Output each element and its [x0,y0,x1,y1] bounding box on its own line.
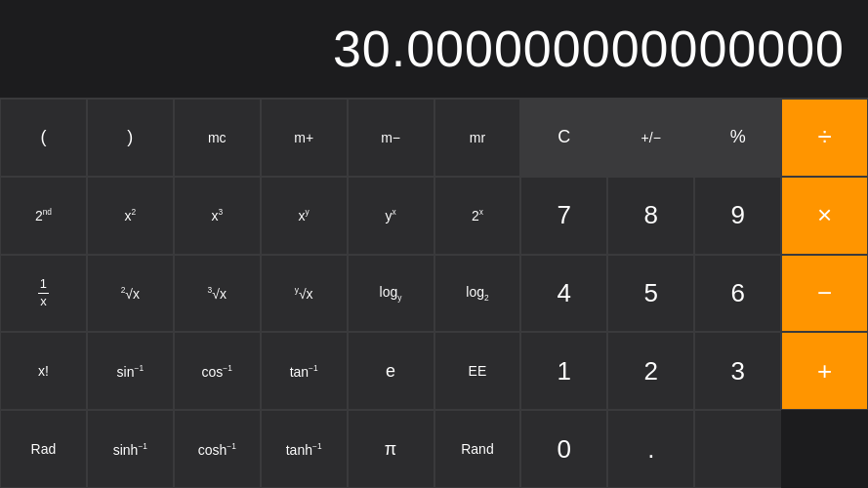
key-factorial-label: x! [38,363,49,379]
key-percent[interactable]: % [694,99,781,177]
key-4-label: 4 [558,278,571,308]
key-open-paren-label: ( [40,127,46,147]
key-2-label: 2 [644,356,658,386]
key-pi-label: π [385,439,396,460]
key-multiply[interactable]: × [781,177,868,255]
key-arccos[interactable]: cos−1 [174,332,261,410]
display: 30.000000000000000 [0,0,868,98]
key-1[interactable]: 1 [520,332,607,410]
key-arctanh[interactable]: tanh−1 [261,410,348,488]
key-mc[interactable]: mc [174,99,261,177]
key-clear-label: C [558,127,570,147]
key-3[interactable]: 3 [694,332,781,410]
key-3-label: 3 [730,356,744,386]
key-negate[interactable]: +/− [607,99,694,177]
key-arccos-label: cos−1 [202,363,232,380]
key-e-label: e [386,361,395,382]
key-close-paren[interactable]: ) [87,99,174,177]
key-6-label: 6 [730,278,744,308]
key-arccosh-label: cosh−1 [198,441,236,458]
key-rad[interactable]: Rad [0,410,87,488]
key-arcsin-label: sin−1 [117,363,144,380]
key-open-paren[interactable]: ( [0,99,87,177]
key-mr[interactable]: mr [434,99,521,177]
key-6[interactable]: 6 [694,255,781,333]
key-x3-label: x3 [211,207,223,224]
key-multiply-label: × [817,200,832,230]
key-clear[interactable]: C [520,99,607,177]
key-4[interactable]: 4 [520,255,607,333]
key-2nd-label: 2nd [35,207,52,224]
key-5[interactable]: 5 [607,255,694,333]
key-divide[interactable]: ÷ [781,99,868,177]
key-arcsinh-label: sinh−1 [113,441,147,458]
key-negate-label: +/− [641,130,661,145]
key-log2-label: log2 [466,284,488,303]
key-sqrty[interactable]: y√x [261,255,348,333]
key-mplus-label: m+ [294,130,313,145]
key-factorial[interactable]: x! [0,332,87,410]
key-logy[interactable]: logy [348,255,434,333]
display-value: 30.000000000000000 [333,20,845,78]
key-mplus[interactable]: m+ [261,99,348,177]
key-9[interactable]: 9 [694,177,781,255]
keypad: ( ) mc m+ m− mr C +/− % ÷ 2nd [0,98,868,488]
key-subtract[interactable]: − [781,255,868,333]
key-yx[interactable]: yx [348,177,434,255]
key-8-label: 8 [644,200,658,230]
key-arcsin[interactable]: sin−1 [87,332,174,410]
key-x3[interactable]: x3 [174,177,261,255]
key-0[interactable]: 0 [520,410,607,488]
key-add-label: + [817,356,832,386]
key-arccosh[interactable]: cosh−1 [174,410,261,488]
key-2x[interactable]: 2x [434,177,521,255]
key-percent-label: % [730,127,746,147]
key-2nd[interactable]: 2nd [0,177,87,255]
key-sqrt3-label: 3√x [208,285,227,302]
key-9-label: 9 [730,200,744,230]
key-arctan[interactable]: tan−1 [261,332,348,410]
key-xy[interactable]: xy [261,177,348,255]
key-add[interactable]: + [781,332,868,410]
key-log2[interactable]: log2 [434,255,521,333]
key-1-label: 1 [558,356,571,386]
key-subtract-label: − [817,278,832,308]
key-ee[interactable]: EE [434,332,521,410]
key-mr-label: mr [470,130,485,145]
key-sqrt3[interactable]: 3√x [174,255,261,333]
key-xy-label: xy [299,207,310,224]
key-arcsinh[interactable]: sinh−1 [87,410,174,488]
key-x2[interactable]: x2 [87,177,174,255]
key-yx-label: yx [385,207,395,224]
key-reciprocal-label: 1 x [38,276,49,310]
key-mminus-label: m− [381,130,400,145]
key-logy-label: logy [380,284,402,303]
key-0-label: 0 [558,434,571,465]
calculator: 30.000000000000000 ( ) mc m+ m− mr C +/−… [0,0,868,488]
key-rand[interactable]: Rand [434,410,521,488]
key-decimal[interactable]: . [607,410,694,488]
key-2[interactable]: 2 [607,332,694,410]
key-divide-label: ÷ [817,122,831,152]
key-5-label: 5 [644,278,658,308]
key-mc-label: mc [208,130,227,145]
key-arctan-label: tan−1 [290,363,318,380]
key-ee-label: EE [469,363,487,379]
key-rand-label: Rand [461,441,493,457]
key-7-label: 7 [558,200,571,230]
key-rad-label: Rad [31,441,57,457]
key-sqrt2[interactable]: 2√x [87,255,174,333]
key-x2-label: x2 [125,207,137,224]
key-2x-label: 2x [472,207,483,224]
key-8[interactable]: 8 [607,177,694,255]
key-equals-placeholder [694,410,781,488]
key-7[interactable]: 7 [520,177,607,255]
key-pi[interactable]: π [348,410,434,488]
key-close-paren-label: ) [127,127,133,147]
key-arctanh-label: tanh−1 [286,441,322,458]
key-e[interactable]: e [348,332,434,410]
key-reciprocal[interactable]: 1 x [0,255,87,333]
key-mminus[interactable]: m− [348,99,434,177]
key-sqrty-label: y√x [295,285,313,302]
key-decimal-label: . [647,434,654,465]
